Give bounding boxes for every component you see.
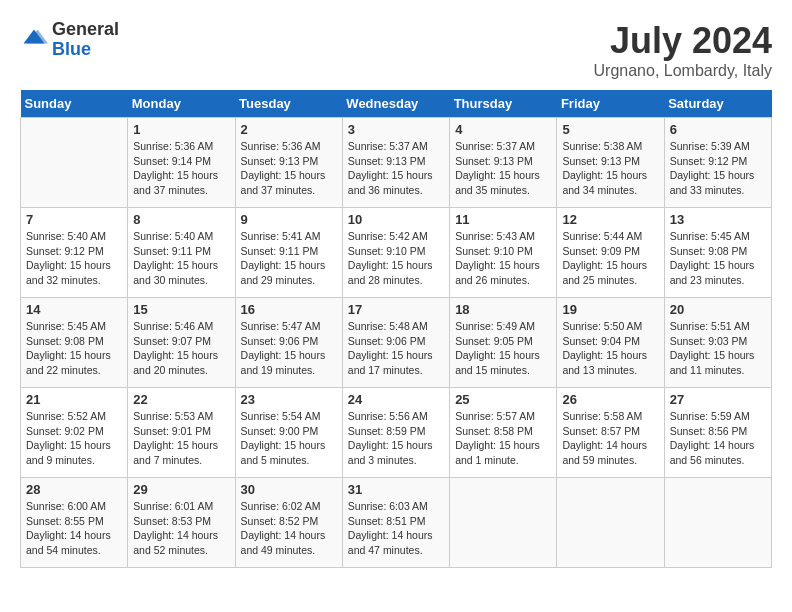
day-number: 23	[241, 392, 337, 407]
day-info: Sunrise: 5:58 AM Sunset: 8:57 PM Dayligh…	[562, 409, 658, 468]
calendar-header-sunday: Sunday	[21, 90, 128, 118]
logo-text: General Blue	[52, 20, 119, 60]
day-number: 27	[670, 392, 766, 407]
calendar-header-monday: Monday	[128, 90, 235, 118]
day-number: 7	[26, 212, 122, 227]
day-info: Sunrise: 5:37 AM Sunset: 9:13 PM Dayligh…	[455, 139, 551, 198]
calendar-cell: 3Sunrise: 5:37 AM Sunset: 9:13 PM Daylig…	[342, 118, 449, 208]
day-info: Sunrise: 5:43 AM Sunset: 9:10 PM Dayligh…	[455, 229, 551, 288]
day-info: Sunrise: 5:37 AM Sunset: 9:13 PM Dayligh…	[348, 139, 444, 198]
day-info: Sunrise: 5:45 AM Sunset: 9:08 PM Dayligh…	[26, 319, 122, 378]
calendar-week-row: 14Sunrise: 5:45 AM Sunset: 9:08 PM Dayli…	[21, 298, 772, 388]
day-info: Sunrise: 5:51 AM Sunset: 9:03 PM Dayligh…	[670, 319, 766, 378]
calendar-cell: 7Sunrise: 5:40 AM Sunset: 9:12 PM Daylig…	[21, 208, 128, 298]
day-number: 9	[241, 212, 337, 227]
calendar-cell: 24Sunrise: 5:56 AM Sunset: 8:59 PM Dayli…	[342, 388, 449, 478]
calendar-cell: 25Sunrise: 5:57 AM Sunset: 8:58 PM Dayli…	[450, 388, 557, 478]
calendar-header-row: SundayMondayTuesdayWednesdayThursdayFrid…	[21, 90, 772, 118]
day-number: 26	[562, 392, 658, 407]
calendar-cell: 17Sunrise: 5:48 AM Sunset: 9:06 PM Dayli…	[342, 298, 449, 388]
day-info: Sunrise: 5:46 AM Sunset: 9:07 PM Dayligh…	[133, 319, 229, 378]
calendar-header-thursday: Thursday	[450, 90, 557, 118]
day-number: 30	[241, 482, 337, 497]
day-number: 29	[133, 482, 229, 497]
calendar-cell: 16Sunrise: 5:47 AM Sunset: 9:06 PM Dayli…	[235, 298, 342, 388]
calendar-cell: 11Sunrise: 5:43 AM Sunset: 9:10 PM Dayli…	[450, 208, 557, 298]
location-subtitle: Urgnano, Lombardy, Italy	[594, 62, 772, 80]
calendar-header-tuesday: Tuesday	[235, 90, 342, 118]
day-number: 24	[348, 392, 444, 407]
calendar-cell: 19Sunrise: 5:50 AM Sunset: 9:04 PM Dayli…	[557, 298, 664, 388]
calendar-cell: 5Sunrise: 5:38 AM Sunset: 9:13 PM Daylig…	[557, 118, 664, 208]
calendar-cell: 2Sunrise: 5:36 AM Sunset: 9:13 PM Daylig…	[235, 118, 342, 208]
day-info: Sunrise: 5:44 AM Sunset: 9:09 PM Dayligh…	[562, 229, 658, 288]
calendar-cell: 4Sunrise: 5:37 AM Sunset: 9:13 PM Daylig…	[450, 118, 557, 208]
day-number: 10	[348, 212, 444, 227]
calendar-cell: 20Sunrise: 5:51 AM Sunset: 9:03 PM Dayli…	[664, 298, 771, 388]
calendar-cell: 8Sunrise: 5:40 AM Sunset: 9:11 PM Daylig…	[128, 208, 235, 298]
calendar-cell: 22Sunrise: 5:53 AM Sunset: 9:01 PM Dayli…	[128, 388, 235, 478]
title-section: July 2024 Urgnano, Lombardy, Italy	[594, 20, 772, 80]
calendar-cell: 6Sunrise: 5:39 AM Sunset: 9:12 PM Daylig…	[664, 118, 771, 208]
day-info: Sunrise: 5:40 AM Sunset: 9:11 PM Dayligh…	[133, 229, 229, 288]
calendar-cell: 30Sunrise: 6:02 AM Sunset: 8:52 PM Dayli…	[235, 478, 342, 568]
calendar-cell	[557, 478, 664, 568]
calendar-header-friday: Friday	[557, 90, 664, 118]
calendar-cell: 31Sunrise: 6:03 AM Sunset: 8:51 PM Dayli…	[342, 478, 449, 568]
day-number: 1	[133, 122, 229, 137]
day-number: 16	[241, 302, 337, 317]
day-info: Sunrise: 5:39 AM Sunset: 9:12 PM Dayligh…	[670, 139, 766, 198]
day-number: 12	[562, 212, 658, 227]
day-number: 2	[241, 122, 337, 137]
calendar-header-saturday: Saturday	[664, 90, 771, 118]
day-info: Sunrise: 5:59 AM Sunset: 8:56 PM Dayligh…	[670, 409, 766, 468]
calendar-week-row: 21Sunrise: 5:52 AM Sunset: 9:02 PM Dayli…	[21, 388, 772, 478]
calendar-cell: 21Sunrise: 5:52 AM Sunset: 9:02 PM Dayli…	[21, 388, 128, 478]
calendar-cell	[450, 478, 557, 568]
calendar-table: SundayMondayTuesdayWednesdayThursdayFrid…	[20, 90, 772, 568]
logo-blue-text: Blue	[52, 40, 119, 60]
day-info: Sunrise: 5:45 AM Sunset: 9:08 PM Dayligh…	[670, 229, 766, 288]
calendar-cell	[664, 478, 771, 568]
day-info: Sunrise: 5:36 AM Sunset: 9:13 PM Dayligh…	[241, 139, 337, 198]
logo: General Blue	[20, 20, 119, 60]
calendar-week-row: 28Sunrise: 6:00 AM Sunset: 8:55 PM Dayli…	[21, 478, 772, 568]
day-info: Sunrise: 5:50 AM Sunset: 9:04 PM Dayligh…	[562, 319, 658, 378]
calendar-cell: 27Sunrise: 5:59 AM Sunset: 8:56 PM Dayli…	[664, 388, 771, 478]
day-number: 19	[562, 302, 658, 317]
day-info: Sunrise: 5:53 AM Sunset: 9:01 PM Dayligh…	[133, 409, 229, 468]
calendar-cell: 29Sunrise: 6:01 AM Sunset: 8:53 PM Dayli…	[128, 478, 235, 568]
day-info: Sunrise: 5:42 AM Sunset: 9:10 PM Dayligh…	[348, 229, 444, 288]
day-number: 18	[455, 302, 551, 317]
day-number: 4	[455, 122, 551, 137]
calendar-cell: 12Sunrise: 5:44 AM Sunset: 9:09 PM Dayli…	[557, 208, 664, 298]
day-number: 31	[348, 482, 444, 497]
calendar-cell: 1Sunrise: 5:36 AM Sunset: 9:14 PM Daylig…	[128, 118, 235, 208]
day-number: 3	[348, 122, 444, 137]
calendar-week-row: 7Sunrise: 5:40 AM Sunset: 9:12 PM Daylig…	[21, 208, 772, 298]
day-info: Sunrise: 5:52 AM Sunset: 9:02 PM Dayligh…	[26, 409, 122, 468]
calendar-cell: 28Sunrise: 6:00 AM Sunset: 8:55 PM Dayli…	[21, 478, 128, 568]
day-info: Sunrise: 6:01 AM Sunset: 8:53 PM Dayligh…	[133, 499, 229, 558]
calendar-cell: 13Sunrise: 5:45 AM Sunset: 9:08 PM Dayli…	[664, 208, 771, 298]
calendar-cell: 23Sunrise: 5:54 AM Sunset: 9:00 PM Dayli…	[235, 388, 342, 478]
day-info: Sunrise: 5:57 AM Sunset: 8:58 PM Dayligh…	[455, 409, 551, 468]
day-info: Sunrise: 5:41 AM Sunset: 9:11 PM Dayligh…	[241, 229, 337, 288]
calendar-cell: 26Sunrise: 5:58 AM Sunset: 8:57 PM Dayli…	[557, 388, 664, 478]
day-info: Sunrise: 5:38 AM Sunset: 9:13 PM Dayligh…	[562, 139, 658, 198]
day-number: 5	[562, 122, 658, 137]
calendar-cell: 15Sunrise: 5:46 AM Sunset: 9:07 PM Dayli…	[128, 298, 235, 388]
day-info: Sunrise: 5:47 AM Sunset: 9:06 PM Dayligh…	[241, 319, 337, 378]
calendar-header-wednesday: Wednesday	[342, 90, 449, 118]
day-info: Sunrise: 6:03 AM Sunset: 8:51 PM Dayligh…	[348, 499, 444, 558]
day-number: 20	[670, 302, 766, 317]
calendar-cell: 14Sunrise: 5:45 AM Sunset: 9:08 PM Dayli…	[21, 298, 128, 388]
day-info: Sunrise: 5:56 AM Sunset: 8:59 PM Dayligh…	[348, 409, 444, 468]
calendar-cell: 18Sunrise: 5:49 AM Sunset: 9:05 PM Dayli…	[450, 298, 557, 388]
day-number: 15	[133, 302, 229, 317]
day-number: 6	[670, 122, 766, 137]
day-info: Sunrise: 5:49 AM Sunset: 9:05 PM Dayligh…	[455, 319, 551, 378]
month-year-title: July 2024	[594, 20, 772, 62]
day-number: 22	[133, 392, 229, 407]
day-info: Sunrise: 5:48 AM Sunset: 9:06 PM Dayligh…	[348, 319, 444, 378]
